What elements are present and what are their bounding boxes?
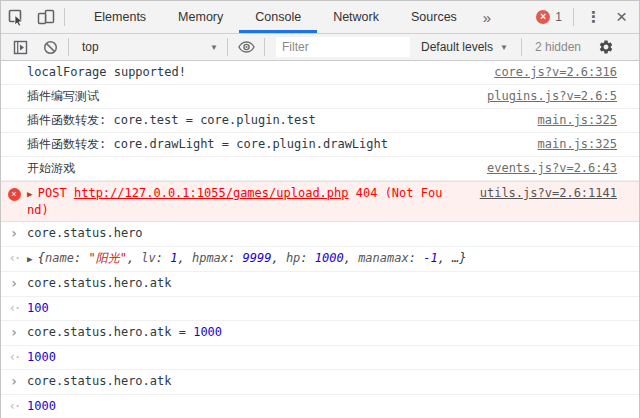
message-text: 开始游戏: [27, 160, 75, 177]
console-command-row: ›core.status.hero: [1, 222, 639, 247]
message-text: ▶ {name: "阳光", lv: 1, hpmax: 9999, hp: 1…: [27, 250, 467, 268]
token-plain: :: [409, 251, 423, 265]
message-text: localForage supported!: [27, 64, 186, 81]
token-number: 9999: [243, 251, 272, 265]
token-key: hpmax: [192, 251, 228, 265]
row-gutter: ›: [1, 373, 27, 391]
error-count: 1: [555, 10, 562, 24]
console-log-row: 插件函数转发: core.drawLight = core.plugin.dra…: [1, 133, 639, 157]
divider: [264, 38, 265, 56]
error-count-button[interactable]: × 1: [528, 10, 570, 24]
levels-label: Default levels: [421, 40, 493, 54]
context-value: top: [82, 40, 99, 54]
row-gutter: ‹·: [1, 398, 27, 415]
clear-console-icon[interactable]: [35, 34, 65, 60]
divider: [64, 8, 65, 26]
tab-elements[interactable]: Elements: [78, 1, 162, 33]
more-panels-icon[interactable]: »: [473, 9, 501, 26]
source-location-link[interactable]: plugins.js?v=2.6:5: [475, 88, 617, 105]
close-icon[interactable]: ×: [610, 6, 639, 28]
live-expression-eye-icon[interactable]: [231, 34, 261, 60]
source-location-link[interactable]: events.js?v=2.6:43: [475, 160, 617, 177]
console-result-row: ‹·▶ {name: "阳光", lv: 1, hpmax: 9999, hp:…: [1, 247, 639, 272]
token-plain: 插件函数转发: core.test = core.plugin.test: [27, 113, 316, 127]
token-plain: ,: [271, 251, 285, 265]
source-location-link[interactable]: utils.js?v=2.6:1141: [468, 185, 617, 201]
expand-triangle-icon[interactable]: ▶: [27, 189, 38, 199]
console-toolbar: top ▼ Default levels ▼ 2 hidden: [1, 34, 639, 61]
tab-network[interactable]: Network: [317, 1, 395, 33]
console-messages: localForage supported!core.js?v=2.6:316插…: [1, 61, 639, 418]
token-key: name: [45, 251, 74, 265]
token-plain: core.status.hero: [27, 226, 143, 240]
console-log-row: 开始游戏events.js?v=2.6:43: [1, 157, 639, 181]
tab-sources[interactable]: Sources: [395, 1, 473, 33]
console-error-row: ×▶ POST http://127.0.0.1:1055/games/uplo…: [1, 181, 639, 222]
console-result-row: ‹·1000: [1, 346, 639, 370]
log-levels-dropdown[interactable]: Default levels ▼: [411, 40, 518, 54]
input-chevron-icon: ›: [10, 225, 18, 241]
message-text: core.status.hero.atk = 1000: [27, 324, 222, 341]
message-text: 100: [27, 300, 49, 317]
inspect-element-icon[interactable]: [1, 4, 31, 30]
input-chevron-icon: ›: [10, 275, 18, 291]
divider: [521, 38, 522, 56]
input-chevron-icon: ›: [10, 373, 18, 389]
token-plain: , …}: [438, 251, 467, 265]
message-text: 插件编写测试: [27, 88, 99, 105]
filter-input[interactable]: [276, 37, 410, 57]
execution-context-selector[interactable]: top ▼: [72, 40, 224, 54]
request-url-link[interactable]: http://127.0.0.1:1055/games/upload.php: [74, 186, 349, 200]
console-result-row: ‹·100: [1, 297, 639, 321]
console-command-row: ›core.status.hero.atk = 1000: [1, 321, 639, 346]
token-plain: 开始游戏: [27, 161, 75, 175]
row-gutter: ›: [1, 275, 27, 293]
row-gutter: ›: [1, 324, 27, 342]
console-sidebar-icon[interactable]: [5, 34, 35, 60]
token-plain: 插件编写测试: [27, 89, 99, 103]
token-string: "阳光": [88, 251, 126, 265]
token-number: 1000: [27, 399, 56, 413]
token-plain: core.status.hero.atk =: [27, 325, 193, 339]
row-gutter: ‹·: [1, 250, 27, 267]
expand-triangle-icon[interactable]: ▶: [27, 254, 38, 264]
tab-console[interactable]: Console: [239, 1, 317, 33]
row-gutter: ‹·: [1, 349, 27, 366]
error-badge-icon: ×: [536, 10, 550, 24]
source-location-link[interactable]: main.js:325: [526, 112, 617, 129]
token-plain: :: [300, 251, 314, 265]
divider: [227, 38, 228, 56]
console-result-row: ‹·1000: [1, 395, 639, 418]
hidden-messages-count[interactable]: 2 hidden: [525, 40, 591, 54]
chevron-down-icon: ▼: [210, 43, 218, 52]
token-number: 1000: [193, 325, 222, 339]
token-key: lv: [141, 251, 155, 265]
token-plain: :: [74, 251, 88, 265]
row-gutter: ×: [1, 185, 27, 202]
source-location-link[interactable]: main.js:325: [526, 136, 617, 153]
token-plain: core.status.hero.atk: [27, 374, 172, 388]
token-plain: ,: [344, 251, 358, 265]
message-text: core.status.hero: [27, 225, 143, 242]
message-text: core.status.hero.atk: [27, 373, 172, 390]
console-settings-gear-icon[interactable]: [591, 34, 621, 60]
device-toolbar-icon[interactable]: [31, 4, 61, 30]
result-arrow-icon: ‹·: [9, 251, 19, 265]
source-location-link[interactable]: core.js?v=2.6:316: [482, 64, 617, 81]
message-text: 插件函数转发: core.drawLight = core.plugin.dra…: [27, 136, 388, 153]
token-plain: ,: [177, 251, 191, 265]
menu-kebab-icon[interactable]: ⋮: [577, 8, 610, 26]
message-text: ▶ POST http://127.0.0.1:1055/games/uploa…: [27, 185, 443, 218]
console-log-row: localForage supported!core.js?v=2.6:316: [1, 61, 639, 85]
tab-memory[interactable]: Memory: [162, 1, 239, 33]
token-plain: POST: [38, 186, 74, 200]
token-number: 1000: [315, 251, 344, 265]
token-plain: core.status.hero.atk: [27, 276, 172, 290]
panel-tabs: ElementsMemoryConsoleNetworkSources: [78, 1, 473, 33]
token-plain: :: [228, 251, 242, 265]
message-text: 1000: [27, 349, 56, 366]
result-arrow-icon: ‹·: [9, 399, 19, 413]
input-chevron-icon: ›: [10, 324, 18, 340]
error-circle-icon: ×: [8, 188, 21, 201]
token-key: hp: [286, 251, 300, 265]
